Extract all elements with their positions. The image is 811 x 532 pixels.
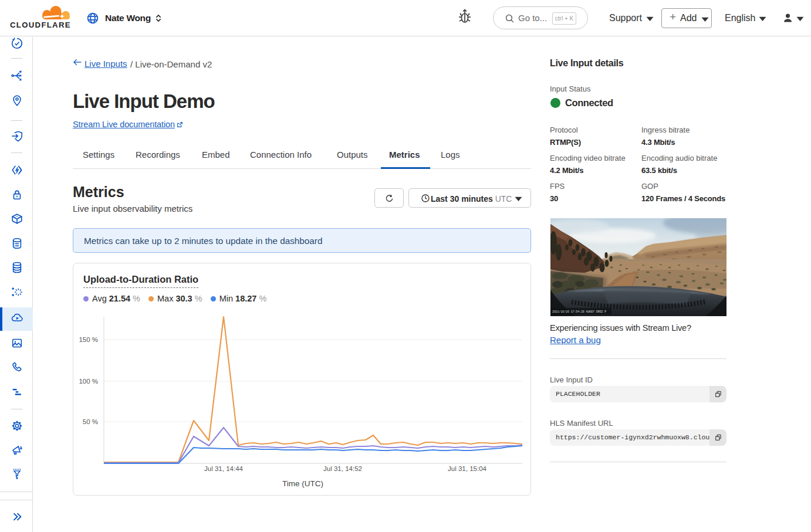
svg-text:Jul 31, 14:44: Jul 31, 14:44 <box>204 465 243 472</box>
svg-text:CLOUDFLARE: CLOUDFLARE <box>10 21 71 29</box>
svg-text:150 %: 150 % <box>79 336 98 343</box>
svg-text:2021/10/20 17:54:29 AUKEY DROZ: 2021/10/20 17:54:29 AUKEY DROZ P <box>552 310 606 313</box>
svg-text:Jul 31, 15:04: Jul 31, 15:04 <box>448 465 486 472</box>
svg-text:Jul 31, 14:52: Jul 31, 14:52 <box>323 465 362 472</box>
svg-text:Time (UTC): Time (UTC) <box>282 479 323 488</box>
svg-text:50 %: 50 % <box>83 418 98 425</box>
svg-text:100 %: 100 % <box>79 378 98 385</box>
